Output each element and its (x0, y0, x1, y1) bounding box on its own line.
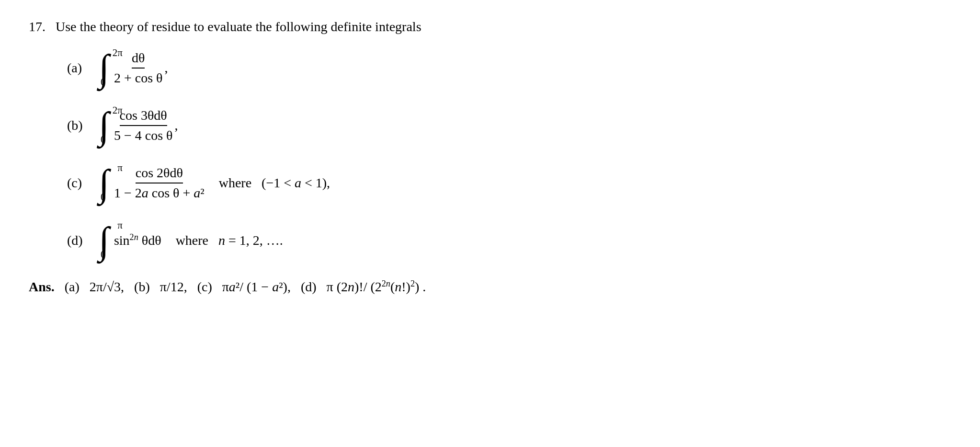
answer-b: (b) π/12, (134, 279, 194, 294)
part-c-denominator: 1 − 2a cos θ + a² (114, 183, 205, 201)
part-a-label: (a) (67, 60, 91, 76)
part-a-integral-symbol: ∫ 2π 0 (99, 49, 109, 87)
part-a-numerator: dθ (132, 50, 145, 69)
part-c-label: (c) (67, 175, 91, 191)
problem-number: 17. (29, 19, 46, 34)
part-d-where: where n = 1, 2, …. (176, 233, 283, 248)
part-b-integral-wrap: ∫ 2π 0 (99, 106, 109, 145)
part-a-integral-wrap: ∫ 2π 0 (99, 49, 109, 87)
problem-statement: 17. Use the theory of residue to evaluat… (29, 19, 951, 295)
part-d-integral-wrap: ∫ π 0 (99, 221, 109, 260)
answer-line: Ans. (a) 2π/√3, (b) π/12, (c) πa²/ (1 − … (29, 279, 951, 295)
part-d-label: (d) (67, 233, 91, 248)
part-d: (d) ∫ π 0 sin2n θdθ where n = 1, 2, …. (67, 221, 951, 260)
part-c-upper-limit: π (117, 163, 123, 173)
part-b: (b) ∫ 2π 0 cos 3θdθ 5 − 4 cos θ , (67, 106, 951, 145)
part-a-denominator: 2 + cos θ (114, 69, 163, 86)
answer-d: (d) π (2n)!/ (22n(n!)2) . (301, 279, 426, 294)
part-c: (c) ∫ π 0 cos 2θdθ 1 − 2a cos θ + a² whe… (67, 164, 951, 202)
part-b-numerator: cos 3θdθ (120, 108, 167, 126)
part-b-upper-limit: 2π (113, 105, 123, 115)
problem-instruction: Use the theory of residue to evaluate th… (56, 19, 422, 34)
part-a-comma: , (164, 60, 168, 76)
part-b-label: (b) (67, 118, 91, 133)
part-d-integral-symbol: ∫ π 0 (99, 221, 109, 260)
part-a: (a) ∫ 2π 0 dθ 2 + cos θ , (67, 49, 951, 87)
part-b-comma: , (174, 118, 178, 133)
part-c-integral-symbol: ∫ π 0 (99, 164, 109, 202)
part-a-upper-limit: 2π (113, 48, 123, 58)
part-d-integrand: sin2n θdθ (114, 232, 161, 248)
answer-a: (a) 2π/√3, (65, 279, 131, 294)
part-d-lower-limit: 0 (101, 250, 106, 260)
answer-label: Ans. (29, 279, 55, 294)
part-c-lower-limit: 0 (101, 192, 106, 202)
part-c-where: where (−1 < a < 1), (219, 175, 330, 191)
part-b-fraction: cos 3θdθ 5 − 4 cos θ (114, 108, 173, 143)
part-b-lower-limit: 0 (101, 135, 106, 145)
part-b-integral-symbol: ∫ 2π 0 (99, 106, 109, 145)
part-c-integral-wrap: ∫ π 0 (99, 164, 109, 202)
part-a-lower-limit: 0 (101, 77, 106, 87)
part-c-numerator: cos 2θdθ (136, 165, 183, 183)
answer-c: (c) πa²/ (1 − a²), (197, 279, 297, 294)
part-c-fraction: cos 2θdθ 1 − 2a cos θ + a² (114, 165, 205, 201)
part-d-upper-limit: π (117, 220, 123, 230)
part-b-denominator: 5 − 4 cos θ (114, 126, 173, 143)
parts-container: (a) ∫ 2π 0 dθ 2 + cos θ , (b) ∫ 2π (29, 49, 951, 260)
